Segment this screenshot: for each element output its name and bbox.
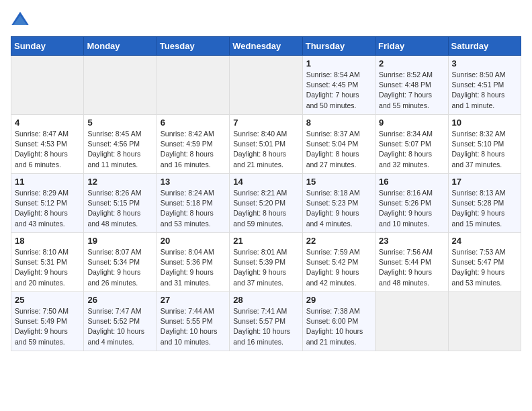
day-number: 22	[306, 236, 371, 246]
day-info: Sunrise: 8:13 AM Sunset: 5:28 PM Dayligh…	[452, 188, 517, 229]
logo-icon	[11, 11, 30, 30]
day-info: Sunrise: 7:41 AM Sunset: 5:57 PM Dayligh…	[233, 306, 298, 347]
calendar-cell: 27Sunrise: 7:44 AM Sunset: 5:55 PM Dayli…	[157, 292, 229, 351]
logo	[11, 11, 32, 30]
calendar-cell: 26Sunrise: 7:47 AM Sunset: 5:52 PM Dayli…	[84, 292, 157, 351]
calendar-cell: 20Sunrise: 8:04 AM Sunset: 5:36 PM Dayli…	[157, 233, 229, 292]
weekday-header-monday: Monday	[84, 37, 157, 56]
day-number: 7	[233, 118, 298, 128]
day-info: Sunrise: 8:16 AM Sunset: 5:26 PM Dayligh…	[379, 188, 444, 229]
day-number: 25	[15, 295, 80, 305]
calendar-cell: 13Sunrise: 8:24 AM Sunset: 5:18 PM Dayli…	[157, 174, 229, 233]
calendar-cell	[11, 56, 84, 115]
calendar-cell	[230, 56, 302, 115]
day-info: Sunrise: 8:42 AM Sunset: 4:59 PM Dayligh…	[161, 129, 226, 170]
day-info: Sunrise: 8:24 AM Sunset: 5:18 PM Dayligh…	[161, 188, 226, 229]
calendar-cell: 23Sunrise: 7:56 AM Sunset: 5:44 PM Dayli…	[375, 233, 448, 292]
day-info: Sunrise: 8:18 AM Sunset: 5:23 PM Dayligh…	[306, 188, 371, 229]
calendar-cell: 29Sunrise: 7:38 AM Sunset: 6:00 PM Dayli…	[302, 292, 375, 351]
calendar-cell: 6Sunrise: 8:42 AM Sunset: 4:59 PM Daylig…	[157, 115, 229, 174]
day-info: Sunrise: 8:01 AM Sunset: 5:39 PM Dayligh…	[233, 247, 298, 288]
day-number: 21	[233, 236, 298, 246]
day-number: 20	[161, 236, 226, 246]
calendar-cell: 1Sunrise: 8:54 AM Sunset: 4:45 PM Daylig…	[302, 56, 375, 115]
calendar-cell: 15Sunrise: 8:18 AM Sunset: 5:23 PM Dayli…	[302, 174, 375, 233]
calendar-cell	[84, 56, 157, 115]
calendar-cell: 9Sunrise: 8:34 AM Sunset: 5:07 PM Daylig…	[375, 115, 448, 174]
calendar-cell: 11Sunrise: 8:29 AM Sunset: 5:12 PM Dayli…	[11, 174, 84, 233]
day-number: 12	[87, 177, 152, 187]
day-info: Sunrise: 7:47 AM Sunset: 5:52 PM Dayligh…	[87, 306, 152, 347]
day-number: 27	[161, 295, 226, 305]
day-info: Sunrise: 8:10 AM Sunset: 5:31 PM Dayligh…	[15, 247, 80, 288]
day-info: Sunrise: 8:54 AM Sunset: 4:45 PM Dayligh…	[306, 70, 371, 111]
day-number: 8	[306, 118, 371, 128]
calendar-cell: 19Sunrise: 8:07 AM Sunset: 5:34 PM Dayli…	[84, 233, 157, 292]
header	[11, 11, 521, 30]
calendar-cell: 5Sunrise: 8:45 AM Sunset: 4:56 PM Daylig…	[84, 115, 157, 174]
calendar-cell: 4Sunrise: 8:47 AM Sunset: 4:53 PM Daylig…	[11, 115, 84, 174]
day-info: Sunrise: 7:38 AM Sunset: 6:00 PM Dayligh…	[306, 306, 371, 347]
calendar-cell: 28Sunrise: 7:41 AM Sunset: 5:57 PM Dayli…	[230, 292, 302, 351]
day-info: Sunrise: 8:45 AM Sunset: 4:56 PM Dayligh…	[87, 129, 152, 170]
day-info: Sunrise: 8:21 AM Sunset: 5:20 PM Dayligh…	[233, 188, 298, 229]
day-info: Sunrise: 8:32 AM Sunset: 5:10 PM Dayligh…	[452, 129, 517, 170]
day-number: 2	[379, 58, 444, 68]
day-number: 6	[161, 118, 226, 128]
day-info: Sunrise: 8:07 AM Sunset: 5:34 PM Dayligh…	[87, 247, 152, 288]
weekday-header-friday: Friday	[375, 37, 448, 56]
calendar-cell: 21Sunrise: 8:01 AM Sunset: 5:39 PM Dayli…	[230, 233, 302, 292]
day-number: 18	[15, 236, 80, 246]
day-number: 11	[15, 177, 80, 187]
day-number: 1	[306, 58, 371, 68]
day-number: 26	[87, 295, 152, 305]
weekday-header-saturday: Saturday	[448, 37, 521, 56]
calendar-cell: 16Sunrise: 8:16 AM Sunset: 5:26 PM Dayli…	[375, 174, 448, 233]
calendar: SundayMondayTuesdayWednesdayThursdayFrid…	[11, 36, 521, 351]
day-number: 4	[15, 118, 80, 128]
calendar-cell: 22Sunrise: 7:59 AM Sunset: 5:42 PM Dayli…	[302, 233, 375, 292]
day-info: Sunrise: 7:59 AM Sunset: 5:42 PM Dayligh…	[306, 247, 371, 288]
calendar-cell	[448, 292, 521, 351]
day-info: Sunrise: 8:50 AM Sunset: 4:51 PM Dayligh…	[452, 70, 517, 111]
calendar-cell: 17Sunrise: 8:13 AM Sunset: 5:28 PM Dayli…	[448, 174, 521, 233]
day-info: Sunrise: 7:50 AM Sunset: 5:49 PM Dayligh…	[15, 306, 80, 347]
day-number: 5	[87, 118, 152, 128]
day-number: 3	[452, 58, 517, 68]
day-number: 23	[379, 236, 444, 246]
day-info: Sunrise: 7:56 AM Sunset: 5:44 PM Dayligh…	[379, 247, 444, 288]
weekday-header-sunday: Sunday	[11, 37, 84, 56]
day-number: 16	[379, 177, 444, 187]
day-info: Sunrise: 7:44 AM Sunset: 5:55 PM Dayligh…	[161, 306, 226, 347]
day-number: 28	[233, 295, 298, 305]
calendar-cell: 8Sunrise: 8:37 AM Sunset: 5:04 PM Daylig…	[302, 115, 375, 174]
day-number: 13	[161, 177, 226, 187]
day-info: Sunrise: 8:40 AM Sunset: 5:01 PM Dayligh…	[233, 129, 298, 170]
day-number: 17	[452, 177, 517, 187]
day-info: Sunrise: 8:34 AM Sunset: 5:07 PM Dayligh…	[379, 129, 444, 170]
calendar-cell: 24Sunrise: 7:53 AM Sunset: 5:47 PM Dayli…	[448, 233, 521, 292]
calendar-cell: 3Sunrise: 8:50 AM Sunset: 4:51 PM Daylig…	[448, 56, 521, 115]
calendar-cell: 7Sunrise: 8:40 AM Sunset: 5:01 PM Daylig…	[230, 115, 302, 174]
weekday-header-tuesday: Tuesday	[157, 37, 229, 56]
calendar-cell: 14Sunrise: 8:21 AM Sunset: 5:20 PM Dayli…	[230, 174, 302, 233]
calendar-cell: 18Sunrise: 8:10 AM Sunset: 5:31 PM Dayli…	[11, 233, 84, 292]
calendar-cell: 10Sunrise: 8:32 AM Sunset: 5:10 PM Dayli…	[448, 115, 521, 174]
day-number: 14	[233, 177, 298, 187]
day-number: 24	[452, 236, 517, 246]
day-info: Sunrise: 8:26 AM Sunset: 5:15 PM Dayligh…	[87, 188, 152, 229]
calendar-cell	[157, 56, 229, 115]
day-info: Sunrise: 8:37 AM Sunset: 5:04 PM Dayligh…	[306, 129, 371, 170]
day-info: Sunrise: 8:04 AM Sunset: 5:36 PM Dayligh…	[161, 247, 226, 288]
calendar-cell: 25Sunrise: 7:50 AM Sunset: 5:49 PM Dayli…	[11, 292, 84, 351]
day-info: Sunrise: 8:29 AM Sunset: 5:12 PM Dayligh…	[15, 188, 80, 229]
day-number: 9	[379, 118, 444, 128]
weekday-header-wednesday: Wednesday	[230, 37, 302, 56]
day-info: Sunrise: 8:52 AM Sunset: 4:48 PM Dayligh…	[379, 70, 444, 111]
day-number: 19	[87, 236, 152, 246]
calendar-cell: 2Sunrise: 8:52 AM Sunset: 4:48 PM Daylig…	[375, 56, 448, 115]
weekday-header-thursday: Thursday	[302, 37, 375, 56]
day-number: 15	[306, 177, 371, 187]
calendar-cell	[375, 292, 448, 351]
calendar-cell: 12Sunrise: 8:26 AM Sunset: 5:15 PM Dayli…	[84, 174, 157, 233]
